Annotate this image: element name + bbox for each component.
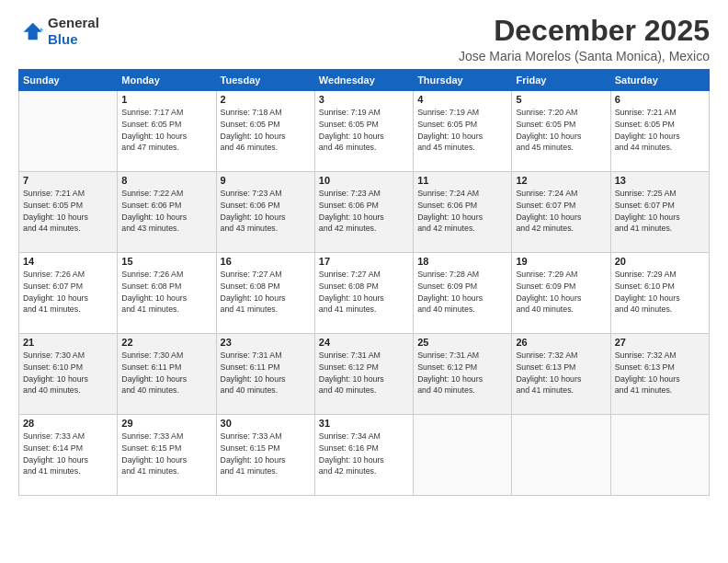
day-info: Sunrise: 7:31 AMSunset: 6:11 PMDaylight:… <box>221 350 311 396</box>
calendar-cell: 7Sunrise: 7:21 AMSunset: 6:05 PMDaylight… <box>19 172 118 253</box>
calendar-cell: 11Sunrise: 7:24 AMSunset: 6:06 PMDayligh… <box>414 172 512 253</box>
header: General Blue December 2025 Jose Maria Mo… <box>18 15 710 63</box>
day-info: Sunrise: 7:24 AMSunset: 6:07 PMDaylight:… <box>516 188 606 235</box>
day-number: 14 <box>23 256 113 267</box>
day-info: Sunrise: 7:26 AMSunset: 6:07 PMDaylight:… <box>23 269 113 316</box>
calendar-cell: 9Sunrise: 7:23 AMSunset: 6:06 PMDaylight… <box>216 172 314 253</box>
day-number: 24 <box>319 337 409 348</box>
page: General Blue December 2025 Jose Maria Mo… <box>0 0 728 563</box>
weekday-header-friday: Friday <box>512 70 610 91</box>
calendar-cell: 2Sunrise: 7:18 AMSunset: 6:05 PMDaylight… <box>216 91 314 172</box>
calendar-cell: 18Sunrise: 7:28 AMSunset: 6:09 PMDayligh… <box>414 253 512 334</box>
day-number: 7 <box>23 175 113 186</box>
calendar-cell: 13Sunrise: 7:25 AMSunset: 6:07 PMDayligh… <box>610 172 709 253</box>
calendar-cell: 31Sunrise: 7:34 AMSunset: 6:16 PMDayligh… <box>314 415 413 496</box>
day-info: Sunrise: 7:29 AMSunset: 6:10 PMDaylight:… <box>615 269 705 316</box>
weekday-header-wednesday: Wednesday <box>314 70 413 91</box>
day-info: Sunrise: 7:32 AMSunset: 6:13 PMDaylight:… <box>516 350 606 396</box>
day-info: Sunrise: 7:17 AMSunset: 6:05 PMDaylight:… <box>121 107 211 154</box>
day-info: Sunrise: 7:31 AMSunset: 6:12 PMDaylight:… <box>417 350 507 396</box>
calendar-cell: 30Sunrise: 7:33 AMSunset: 6:15 PMDayligh… <box>216 415 314 496</box>
week-row-1: 1Sunrise: 7:17 AMSunset: 6:05 PMDaylight… <box>19 91 710 172</box>
day-number: 13 <box>615 175 705 186</box>
calendar-cell: 19Sunrise: 7:29 AMSunset: 6:09 PMDayligh… <box>512 253 610 334</box>
day-number: 12 <box>516 175 606 186</box>
day-info: Sunrise: 7:27 AMSunset: 6:08 PMDaylight:… <box>319 269 409 316</box>
calendar-cell: 8Sunrise: 7:22 AMSunset: 6:06 PMDaylight… <box>118 172 216 253</box>
day-number: 10 <box>319 175 409 186</box>
day-number: 17 <box>319 256 409 267</box>
day-info: Sunrise: 7:33 AMSunset: 6:14 PMDaylight:… <box>23 431 113 477</box>
weekday-header-monday: Monday <box>118 70 216 91</box>
logo-general: General <box>48 15 99 30</box>
calendar-cell: 6Sunrise: 7:21 AMSunset: 6:05 PMDaylight… <box>610 91 709 172</box>
day-number: 4 <box>417 94 507 105</box>
day-info: Sunrise: 7:33 AMSunset: 6:15 PMDaylight:… <box>221 431 311 477</box>
week-row-4: 21Sunrise: 7:30 AMSunset: 6:10 PMDayligh… <box>19 334 710 415</box>
day-info: Sunrise: 7:30 AMSunset: 6:10 PMDaylight:… <box>23 350 113 396</box>
day-info: Sunrise: 7:25 AMSunset: 6:07 PMDaylight:… <box>615 188 705 235</box>
weekday-header-sunday: Sunday <box>19 70 118 91</box>
day-number: 1 <box>121 94 211 105</box>
logo: General Blue <box>18 15 99 48</box>
day-number: 15 <box>121 256 211 267</box>
day-info: Sunrise: 7:28 AMSunset: 6:09 PMDaylight:… <box>417 269 507 316</box>
calendar-cell <box>19 91 118 172</box>
calendar-cell <box>512 415 610 496</box>
day-number: 6 <box>615 94 705 105</box>
day-info: Sunrise: 7:33 AMSunset: 6:15 PMDaylight:… <box>121 431 211 477</box>
day-info: Sunrise: 7:19 AMSunset: 6:05 PMDaylight:… <box>417 107 507 154</box>
calendar-cell: 20Sunrise: 7:29 AMSunset: 6:10 PMDayligh… <box>610 253 709 334</box>
day-number: 28 <box>23 418 113 429</box>
day-number: 23 <box>221 337 311 348</box>
day-info: Sunrise: 7:26 AMSunset: 6:08 PMDaylight:… <box>121 269 211 316</box>
day-number: 3 <box>319 94 409 105</box>
calendar-cell: 22Sunrise: 7:30 AMSunset: 6:11 PMDayligh… <box>118 334 216 415</box>
day-number: 31 <box>319 418 409 429</box>
day-number: 25 <box>417 337 507 348</box>
day-number: 27 <box>615 337 705 348</box>
day-info: Sunrise: 7:23 AMSunset: 6:06 PMDaylight:… <box>221 188 311 235</box>
weekday-header-saturday: Saturday <box>610 70 709 91</box>
day-number: 20 <box>615 256 705 267</box>
calendar-cell: 4Sunrise: 7:19 AMSunset: 6:05 PMDaylight… <box>414 91 512 172</box>
day-number: 8 <box>121 175 211 186</box>
day-number: 21 <box>23 337 113 348</box>
day-info: Sunrise: 7:20 AMSunset: 6:05 PMDaylight:… <box>516 107 606 154</box>
weekday-header-row: SundayMondayTuesdayWednesdayThursdayFrid… <box>19 70 710 91</box>
calendar-cell: 23Sunrise: 7:31 AMSunset: 6:11 PMDayligh… <box>216 334 314 415</box>
calendar-cell: 1Sunrise: 7:17 AMSunset: 6:05 PMDaylight… <box>118 91 216 172</box>
day-info: Sunrise: 7:34 AMSunset: 6:16 PMDaylight:… <box>319 431 409 477</box>
day-info: Sunrise: 7:32 AMSunset: 6:13 PMDaylight:… <box>615 350 705 396</box>
day-number: 26 <box>516 337 606 348</box>
day-info: Sunrise: 7:21 AMSunset: 6:05 PMDaylight:… <box>23 188 113 235</box>
calendar-cell: 10Sunrise: 7:23 AMSunset: 6:06 PMDayligh… <box>314 172 413 253</box>
calendar-cell: 26Sunrise: 7:32 AMSunset: 6:13 PMDayligh… <box>512 334 610 415</box>
calendar-cell: 5Sunrise: 7:20 AMSunset: 6:05 PMDaylight… <box>512 91 610 172</box>
location-title: Jose Maria Morelos (Santa Monica), Mexic… <box>459 49 710 63</box>
title-block: December 2025 Jose Maria Morelos (Santa … <box>459 15 710 63</box>
calendar-cell: 21Sunrise: 7:30 AMSunset: 6:10 PMDayligh… <box>19 334 118 415</box>
calendar-cell: 25Sunrise: 7:31 AMSunset: 6:12 PMDayligh… <box>414 334 512 415</box>
day-number: 30 <box>221 418 311 429</box>
week-row-5: 28Sunrise: 7:33 AMSunset: 6:14 PMDayligh… <box>19 415 710 496</box>
week-row-2: 7Sunrise: 7:21 AMSunset: 6:05 PMDaylight… <box>19 172 710 253</box>
calendar-cell: 14Sunrise: 7:26 AMSunset: 6:07 PMDayligh… <box>19 253 118 334</box>
calendar-cell: 29Sunrise: 7:33 AMSunset: 6:15 PMDayligh… <box>118 415 216 496</box>
day-info: Sunrise: 7:21 AMSunset: 6:05 PMDaylight:… <box>615 107 705 154</box>
day-info: Sunrise: 7:27 AMSunset: 6:08 PMDaylight:… <box>221 269 311 316</box>
day-info: Sunrise: 7:19 AMSunset: 6:05 PMDaylight:… <box>319 107 409 154</box>
day-number: 11 <box>417 175 507 186</box>
day-info: Sunrise: 7:23 AMSunset: 6:06 PMDaylight:… <box>319 188 409 235</box>
day-number: 18 <box>417 256 507 267</box>
week-row-3: 14Sunrise: 7:26 AMSunset: 6:07 PMDayligh… <box>19 253 710 334</box>
calendar-cell: 12Sunrise: 7:24 AMSunset: 6:07 PMDayligh… <box>512 172 610 253</box>
day-number: 9 <box>221 175 311 186</box>
day-info: Sunrise: 7:29 AMSunset: 6:09 PMDaylight:… <box>516 269 606 316</box>
calendar-cell <box>610 415 709 496</box>
day-number: 22 <box>121 337 211 348</box>
day-number: 5 <box>516 94 606 105</box>
calendar-cell <box>414 415 512 496</box>
day-info: Sunrise: 7:18 AMSunset: 6:05 PMDaylight:… <box>221 107 311 154</box>
day-info: Sunrise: 7:24 AMSunset: 6:06 PMDaylight:… <box>417 188 507 235</box>
